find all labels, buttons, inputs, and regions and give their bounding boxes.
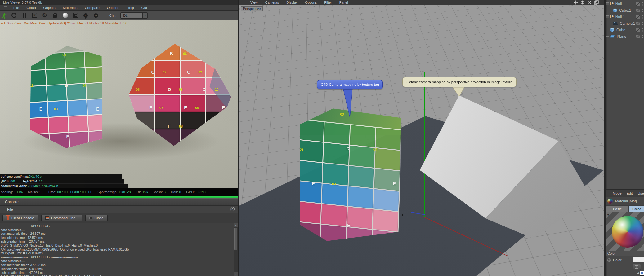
overlay-stat-row: ed/free/total vram: 288Mb/4.779Gb/6Gb [0,184,128,188]
console-grip-icon[interactable] [2,208,4,211]
command-line-icon [45,216,49,220]
visibility-dots-icon[interactable] [642,28,643,32]
vp-menu-display[interactable]: Display [286,1,297,4]
vp-menu-filter[interactable]: Filter [324,1,332,4]
lv-menu-file[interactable]: File [13,6,19,10]
om-item-camera1[interactable]: Camera1 [606,20,644,27]
object-name[interactable]: Plane [617,34,626,39]
collapse-icon[interactable] [606,2,609,5]
scroll-thumb[interactable] [234,228,237,250]
send-scene-icon[interactable] [1,12,7,19]
vp-menu-options[interactable]: Options [305,1,317,4]
render-view[interactable]: C0302D04E03EF B08C07C0906D08D10E07E09E01… [0,20,238,188]
vp-menu-cameras[interactable]: Cameras [265,1,279,4]
om-item-null[interactable]: L0Null [606,1,644,7]
restart-render-icon[interactable] [11,12,17,19]
object-name[interactable]: Cube [616,28,625,32]
lv-menu-options[interactable]: Options [107,6,119,10]
layer-toggle-icon[interactable] [636,35,640,38]
layer-toggle-icon[interactable] [636,28,640,32]
cube-object-icon [610,28,615,32]
hue-field[interactable]: 0 [640,271,644,276]
lock-resolution-icon[interactable] [52,12,58,19]
om-item-plane[interactable]: Plane [606,33,644,40]
visibility-dots-icon[interactable] [642,35,643,38]
tab-color[interactable]: Color [629,206,644,212]
command-line-button[interactable]: Command Line... [41,215,83,221]
material-header[interactable]: Material [Mat] [606,197,644,205]
attribute-grip-icon[interactable] [607,191,608,195]
mat-menu-edit[interactable]: Edit [627,191,633,195]
texture-label: D [346,146,350,151]
layer-toggle-icon[interactable] [636,15,640,19]
move-view-icon[interactable] [574,0,578,5]
restart-region-icon[interactable]: R [31,12,38,19]
object-name[interactable]: Null.1 [615,15,625,19]
close-console-button[interactable]: Close [85,215,107,221]
console-log[interactable]: ------------------------- EXPORT LOG ---… [0,223,238,276]
zoom-view-icon[interactable] [580,0,585,5]
tab-basic[interactable]: Basic [606,206,628,212]
viewport-scene[interactable]: C0302D04E03EF C4D Camera mapping by text… [239,5,604,276]
material-name: Material [Mat] [615,199,637,203]
visibility-dots-icon[interactable] [642,22,643,25]
color-swatch[interactable] [633,257,644,262]
vp-menu-panel[interactable]: Panel [339,1,348,4]
console-menu-file[interactable]: File [7,208,13,211]
toggle-view-icon[interactable] [594,0,599,5]
color-radio-icon[interactable] [607,258,611,262]
perspective-label[interactable]: Perspective [241,6,263,11]
pause-render-icon[interactable] [21,12,27,19]
visibility-dots-icon[interactable] [642,9,643,12]
layer-toggle-icon[interactable] [636,22,640,25]
focus-picker-icon[interactable]: F [83,12,89,19]
mat-menu-use[interactable]: Use [638,191,644,195]
lv-menu-objects[interactable]: Objects [43,6,56,10]
material-thumbnail-icon [607,199,613,204]
console-titlebar[interactable]: Console [0,198,238,206]
close-icon[interactable]: × [230,207,235,211]
mat-menu-mode[interactable]: Mode [613,191,622,195]
scroll-down-icon[interactable]: ▼ [234,272,238,276]
viewport-grip-icon[interactable] [241,1,244,4]
color-section-header[interactable]: Color [606,251,644,256]
chevron-down-icon[interactable]: ▾ [142,13,147,18]
textured-cube-object[interactable]: C0302D04E03EF [300,107,401,241]
lv-menu-help[interactable]: Help [127,6,134,10]
collapse-icon[interactable] [606,15,609,18]
scroll-up-icon[interactable]: ▲ [234,223,238,227]
object-name[interactable]: Cube.1 [619,8,631,13]
visibility-dots-icon[interactable] [642,15,643,19]
menubar-grip-icon[interactable] [4,6,7,10]
lv-menu-compare[interactable]: Compare [85,6,99,10]
console-scrollbar[interactable]: ▲ ▼ [234,223,238,276]
texture-button[interactable] [633,264,641,270]
om-item-cube[interactable]: Cube [606,27,644,33]
object-name[interactable]: Camera1 [620,21,635,26]
lv-menu-gui[interactable]: Gui [141,6,147,10]
lv-menu-cloud[interactable]: Cloud [27,6,36,10]
visibility-dots-icon[interactable] [642,2,643,6]
rotate-view-icon[interactable] [587,0,592,5]
channel-dropdown[interactable]: DL ▾ [120,12,148,19]
vp-menu-view[interactable]: View [250,1,258,4]
object-name[interactable]: Null [615,2,622,6]
render-region-icon[interactable] [72,12,78,19]
layer-toggle-icon[interactable] [636,9,640,12]
material-ball-icon[interactable] [62,12,68,19]
settings-gear-icon[interactable]: ⚙ [42,12,48,19]
texture-label: E [149,105,152,110]
material-picker-icon[interactable]: M [93,12,99,19]
clear-console-button[interactable]: Clear Console [2,215,38,221]
material-preview[interactable]: ▼ [606,212,644,251]
live-viewer-titlebar[interactable]: Live Viewer 3.07.0 Test6b [0,0,238,5]
c4d-viewport[interactable]: C0302D04E03EF C4D Camera mapping by text… [239,0,604,276]
console-log-line: ------------------------- EXPORT LOG ---… [1,224,233,228]
om-item-null-1[interactable]: L0Null.1 [606,14,644,20]
preview-expand-icon[interactable]: ▼ [607,213,610,217]
om-item-cube-1[interactable]: Cube.1 [606,7,644,14]
lv-menu-materials[interactable]: Materials [63,6,78,10]
texture-label: 09 [195,106,199,110]
texture-label: 03 [62,53,66,57]
layer-toggle-icon[interactable] [636,2,640,6]
